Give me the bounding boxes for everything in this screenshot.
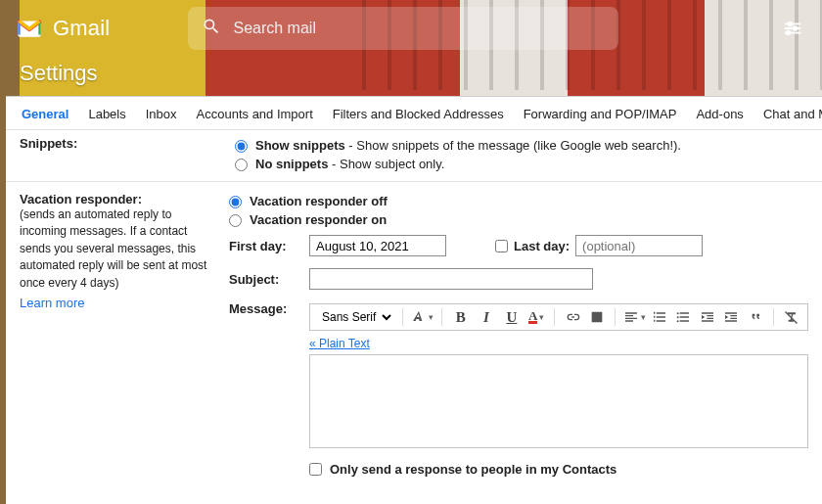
settings-tabs: General Labels Inbox Accounts and Import… bbox=[6, 97, 822, 130]
font-size-button[interactable] bbox=[411, 305, 434, 329]
subject-label: Subject: bbox=[229, 272, 299, 287]
font-family-select[interactable]: Sans Serif bbox=[316, 307, 394, 327]
vacation-radio-on[interactable] bbox=[229, 214, 242, 227]
search-icon bbox=[202, 17, 221, 40]
numbered-list-button[interactable] bbox=[650, 305, 669, 329]
tab-labels[interactable]: Labels bbox=[88, 107, 125, 121]
tab-forwarding-pop-imap[interactable]: Forwarding and POP/IMAP bbox=[524, 107, 677, 121]
vacation-radio-off[interactable] bbox=[229, 196, 242, 208]
indent-less-button[interactable] bbox=[698, 305, 717, 329]
actions-row: Save Changes Cancel bbox=[6, 498, 822, 504]
snippets-none-label: No snippets bbox=[255, 157, 328, 171]
plain-text-link[interactable]: « Plain Text bbox=[309, 331, 370, 354]
row-subject: Subject: bbox=[229, 262, 808, 296]
last-day-input[interactable] bbox=[575, 235, 703, 256]
tab-general[interactable]: General bbox=[22, 107, 68, 121]
vacation-on-label: Vacation responder on bbox=[250, 212, 387, 227]
quote-button[interactable] bbox=[745, 305, 764, 329]
snippets-radio-show[interactable] bbox=[235, 140, 248, 153]
indent-more-button[interactable] bbox=[721, 305, 741, 329]
gmail-logo[interactable]: Gmail bbox=[16, 16, 110, 41]
link-button[interactable] bbox=[563, 305, 582, 329]
snippets-heading: Snippets: bbox=[20, 136, 235, 173]
svg-point-3 bbox=[788, 23, 792, 26]
gmail-wordmark: Gmail bbox=[53, 16, 110, 41]
insert-image-button[interactable] bbox=[587, 305, 607, 329]
snippets-show-label: Show snippets bbox=[255, 138, 345, 153]
message-editor[interactable] bbox=[309, 354, 808, 448]
vacation-heading: Vacation responder: bbox=[20, 192, 219, 206]
remove-formatting-button[interactable] bbox=[782, 305, 801, 329]
row-only-contacts: Only send a response to people in my Con… bbox=[309, 448, 808, 482]
svg-point-4 bbox=[794, 26, 798, 30]
only-contacts-label: Only send a response to people in my Con… bbox=[330, 462, 616, 477]
text-color-button[interactable]: A bbox=[526, 305, 546, 329]
snippets-radio-none[interactable] bbox=[235, 159, 248, 171]
vacation-learn-more-link[interactable]: Learn more bbox=[20, 296, 84, 310]
section-vacation-responder: Vacation responder: (sends an automated … bbox=[6, 182, 822, 498]
search-input[interactable] bbox=[233, 20, 605, 37]
subject-input[interactable] bbox=[309, 268, 593, 290]
vacation-option-on[interactable]: Vacation responder on bbox=[229, 210, 808, 229]
search-options-icon[interactable] bbox=[779, 15, 806, 42]
row-message: Message: Sans Serif B I U A bbox=[229, 296, 808, 488]
section-snippets: Snippets: Show snippets - Show snippets … bbox=[6, 134, 822, 182]
tab-inbox[interactable]: Inbox bbox=[146, 107, 177, 121]
bold-button[interactable]: B bbox=[450, 305, 472, 329]
bulleted-list-button[interactable] bbox=[673, 305, 693, 329]
vacation-description: (sends an automated reply to incoming me… bbox=[20, 206, 219, 292]
tab-add-ons[interactable]: Add-ons bbox=[696, 107, 743, 121]
tab-accounts-and-import[interactable]: Accounts and Import bbox=[197, 107, 313, 121]
italic-button[interactable]: I bbox=[476, 305, 497, 329]
row-first-day: First day: Last day: bbox=[229, 229, 808, 262]
snippets-none-desc: - Show subject only. bbox=[328, 157, 444, 171]
last-day-label: Last day: bbox=[514, 239, 570, 253]
settings-content: Snippets: Show snippets - Show snippets … bbox=[6, 130, 822, 504]
vacation-off-label: Vacation responder off bbox=[250, 194, 388, 208]
topbar: Gmail bbox=[0, 0, 822, 57]
snippets-show-desc: - Show snippets of the message (like Goo… bbox=[345, 138, 681, 153]
first-day-input[interactable] bbox=[309, 235, 446, 256]
first-day-label: First day: bbox=[229, 239, 299, 253]
settings-panel: General Labels Inbox Accounts and Import… bbox=[6, 96, 822, 504]
message-label: Message: bbox=[229, 301, 299, 316]
tab-filters-and-blocked[interactable]: Filters and Blocked Addresses bbox=[333, 107, 504, 121]
gmail-logo-icon bbox=[16, 18, 43, 39]
vacation-option-off[interactable]: Vacation responder off bbox=[229, 192, 808, 210]
align-button[interactable] bbox=[623, 305, 646, 329]
editor-toolbar: Sans Serif B I U A bbox=[309, 303, 808, 331]
tab-chat-and-meet[interactable]: Chat and Meet bbox=[763, 107, 822, 121]
search-bar[interactable] bbox=[188, 7, 618, 50]
last-day-checkbox[interactable] bbox=[495, 240, 508, 252]
snippets-option-show[interactable]: Show snippets - Show snippets of the mes… bbox=[235, 136, 808, 155]
svg-point-5 bbox=[787, 31, 791, 35]
only-contacts-checkbox[interactable] bbox=[309, 463, 322, 476]
underline-button[interactable]: U bbox=[501, 305, 523, 329]
snippets-option-none[interactable]: No snippets - Show subject only. bbox=[235, 155, 808, 173]
